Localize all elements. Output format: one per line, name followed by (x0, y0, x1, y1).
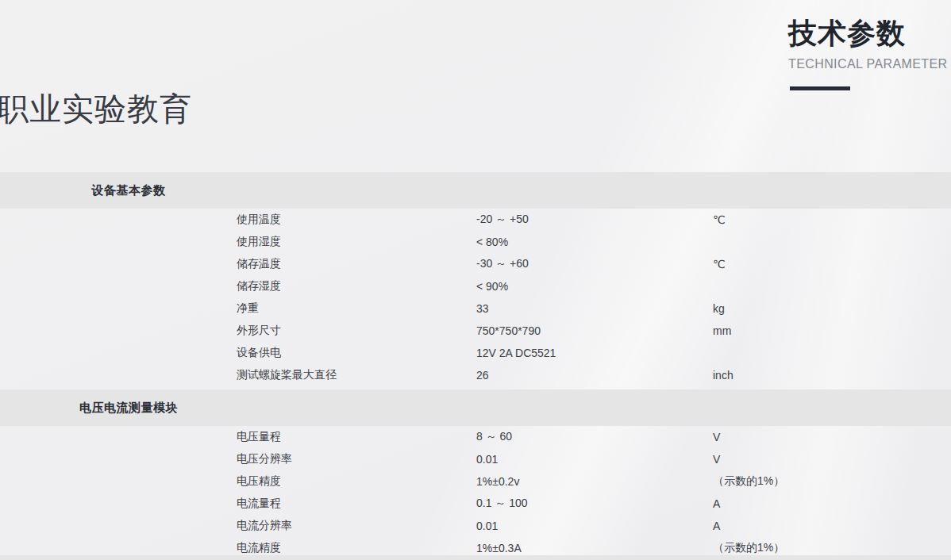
param-label: 电流分辨率 (237, 519, 292, 533)
param-value: 1%±0.2v (476, 475, 519, 488)
param-label: 外形尺寸 (237, 324, 281, 338)
table-row: 电压精度 1%±0.2v （示数的1%） (0, 470, 951, 493)
page-subtitle: TECHNICAL PARAMETER (788, 57, 951, 71)
table-row: 电流量程 0.1 ～ 100 A (0, 493, 951, 515)
param-value: 1%±0.3A (476, 542, 522, 554)
param-label: 电压精度 (237, 474, 281, 489)
param-value: -20 ～ +50 (476, 213, 529, 227)
param-value: 0.01 (476, 520, 498, 532)
param-value: 750*750*790 (476, 324, 541, 337)
spec-section: 设备基本参数 使用温度 -20 ～ +50 ℃ 使用湿度 < 80% 储存温度 … (0, 172, 951, 386)
table-row: 储存湿度 < 90% (0, 275, 951, 297)
section-rows: 电压量程 8 ～ 60 V 电压分辨率 0.01 V 电压精度 1%±0.2v … (0, 426, 951, 559)
param-unit: A (713, 497, 720, 510)
param-unit: V (713, 453, 720, 466)
section-header: 设备基本参数 (0, 172, 951, 209)
table-row: 使用湿度 < 80% (0, 231, 951, 253)
param-unit: ℃ (713, 258, 726, 270)
param-label: 储存湿度 (237, 279, 281, 293)
param-label: 净重 (237, 301, 259, 316)
title-underline (790, 86, 850, 90)
param-label: 电压量程 (237, 430, 281, 444)
page-title: 技术参数 (788, 19, 951, 48)
param-label: 电流量程 (237, 497, 281, 511)
param-value: < 90% (476, 280, 508, 293)
section-header-label: 电压电流测量模块 (0, 401, 257, 416)
param-unit: inch (713, 369, 733, 382)
param-value: 8 ～ 60 (476, 430, 512, 444)
table-row: 净重 33 kg (0, 297, 951, 320)
param-label: 储存温度 (237, 257, 281, 271)
param-unit: ℃ (713, 213, 726, 226)
param-label: 电压分辨率 (237, 452, 292, 466)
table-row: 储存温度 -30 ～ +60 ℃ (0, 253, 951, 275)
param-unit: （示数的1%） (713, 474, 784, 489)
param-unit: （示数的1%） (713, 541, 784, 555)
table-row: 电流分辨率 0.01 A (0, 515, 951, 537)
param-label: 设备供电 (237, 346, 281, 360)
param-label: 使用湿度 (237, 235, 281, 249)
spec-section: 电压电流测量模块 电压量程 8 ～ 60 V 电压分辨率 0.01 V 电压精度… (0, 389, 951, 559)
spec-table: 设备基本参数 使用温度 -20 ～ +50 ℃ 使用湿度 < 80% 储存温度 … (0, 172, 951, 559)
section-header: 电压电流测量模块 (0, 389, 951, 426)
param-label: 使用温度 (237, 213, 281, 227)
param-label: 电流精度 (237, 541, 281, 555)
brand-title: 职业实验教育 (0, 87, 192, 131)
param-label: 测试螺旋桨最大直径 (237, 368, 337, 382)
page-title-block: 技术参数 TECHNICAL PARAMETER (788, 19, 951, 90)
param-unit: mm (713, 324, 731, 337)
technical-parameter-page: 职业实验教育 技术参数 TECHNICAL PARAMETER 设备基本参数 使… (0, 0, 951, 560)
table-row: 使用温度 -20 ～ +50 ℃ (0, 209, 951, 231)
param-value: 12V 2A DC5521 (476, 347, 556, 359)
param-value: 33 (476, 302, 489, 315)
next-section-strip (0, 555, 951, 560)
param-value: 26 (476, 369, 489, 382)
table-row: 电压分辨率 0.01 V (0, 448, 951, 470)
param-value: 0.1 ～ 100 (476, 497, 528, 511)
table-row: 外形尺寸 750*750*790 mm (0, 320, 951, 342)
param-value: 0.01 (476, 453, 498, 466)
table-row: 设备供电 12V 2A DC5521 (0, 342, 951, 364)
param-unit: A (713, 520, 720, 532)
table-row: 测试螺旋桨最大直径 26 inch (0, 364, 951, 386)
param-unit: V (713, 431, 720, 443)
table-row: 电压量程 8 ～ 60 V (0, 426, 951, 448)
section-rows: 使用温度 -20 ～ +50 ℃ 使用湿度 < 80% 储存温度 -30 ～ +… (0, 209, 951, 386)
section-header-label: 设备基本参数 (0, 183, 257, 198)
param-value: -30 ～ +60 (476, 257, 529, 271)
param-unit: kg (713, 302, 725, 315)
param-value: < 80% (476, 236, 508, 248)
